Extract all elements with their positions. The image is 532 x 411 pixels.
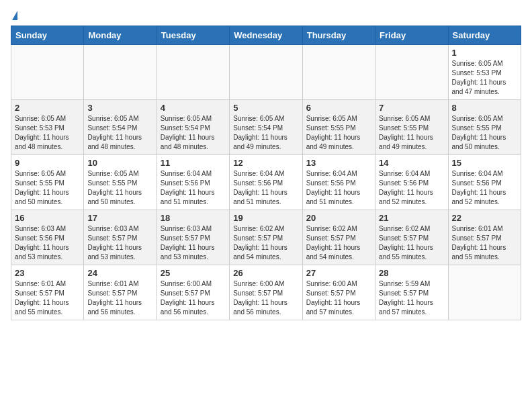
calendar-day-cell: 15Sunrise: 6:04 AM Sunset: 5:56 PM Dayli… (448, 155, 521, 210)
day-number: 26 (233, 268, 298, 278)
calendar-day-cell: 1Sunrise: 6:05 AM Sunset: 5:53 PM Daylig… (448, 45, 521, 100)
logo (11, 11, 17, 20)
calendar-day-cell: 22Sunrise: 6:01 AM Sunset: 5:57 PM Dayli… (448, 210, 521, 265)
calendar-day-cell (84, 45, 157, 100)
calendar-day-cell (448, 265, 521, 320)
calendar-day-cell: 19Sunrise: 6:02 AM Sunset: 5:57 PM Dayli… (230, 210, 302, 265)
day-number: 11 (161, 158, 226, 168)
day-info: Sunrise: 5:59 AM Sunset: 5:57 PM Dayligh… (379, 279, 444, 317)
day-number: 1 (452, 48, 517, 58)
calendar-day-cell: 14Sunrise: 6:04 AM Sunset: 5:56 PM Dayli… (375, 155, 448, 210)
day-info: Sunrise: 6:01 AM Sunset: 5:57 PM Dayligh… (15, 279, 80, 317)
column-header-saturday: Saturday (448, 26, 521, 45)
calendar-day-cell: 13Sunrise: 6:04 AM Sunset: 5:56 PM Dayli… (302, 155, 375, 210)
day-info: Sunrise: 6:05 AM Sunset: 5:54 PM Dayligh… (87, 114, 152, 152)
day-info: Sunrise: 6:02 AM Sunset: 5:57 PM Dayligh… (233, 224, 298, 262)
calendar-day-cell: 12Sunrise: 6:04 AM Sunset: 5:56 PM Dayli… (230, 155, 302, 210)
day-info: Sunrise: 6:05 AM Sunset: 5:55 PM Dayligh… (15, 169, 80, 207)
day-info: Sunrise: 6:01 AM Sunset: 5:57 PM Dayligh… (452, 224, 517, 262)
day-info: Sunrise: 6:05 AM Sunset: 5:55 PM Dayligh… (306, 114, 371, 152)
day-number: 28 (379, 268, 444, 278)
calendar-week-row: 1Sunrise: 6:05 AM Sunset: 5:53 PM Daylig… (11, 45, 521, 100)
day-info: Sunrise: 6:00 AM Sunset: 5:57 PM Dayligh… (161, 279, 226, 317)
calendar-day-cell (375, 45, 448, 100)
day-number: 22 (452, 213, 517, 223)
day-number: 2 (15, 103, 80, 113)
calendar-day-cell: 8Sunrise: 6:05 AM Sunset: 5:55 PM Daylig… (448, 100, 521, 155)
calendar-week-row: 23Sunrise: 6:01 AM Sunset: 5:57 PM Dayli… (11, 265, 521, 320)
calendar-day-cell: 10Sunrise: 6:05 AM Sunset: 5:55 PM Dayli… (84, 155, 157, 210)
day-info: Sunrise: 6:03 AM Sunset: 5:57 PM Dayligh… (161, 224, 226, 262)
day-number: 19 (233, 213, 298, 223)
day-info: Sunrise: 6:04 AM Sunset: 5:56 PM Dayligh… (233, 169, 298, 207)
calendar-day-cell: 3Sunrise: 6:05 AM Sunset: 5:54 PM Daylig… (84, 100, 157, 155)
day-info: Sunrise: 6:05 AM Sunset: 5:54 PM Dayligh… (161, 114, 226, 152)
day-number: 6 (306, 103, 371, 113)
day-number: 14 (379, 158, 444, 168)
calendar-day-cell: 21Sunrise: 6:02 AM Sunset: 5:57 PM Dayli… (375, 210, 448, 265)
day-number: 21 (379, 213, 444, 223)
day-info: Sunrise: 6:03 AM Sunset: 5:56 PM Dayligh… (15, 224, 80, 262)
calendar-day-cell (11, 45, 84, 100)
header (11, 11, 521, 20)
calendar-day-cell: 9Sunrise: 6:05 AM Sunset: 5:55 PM Daylig… (11, 155, 84, 210)
day-number: 23 (15, 268, 80, 278)
calendar-week-row: 9Sunrise: 6:05 AM Sunset: 5:55 PM Daylig… (11, 155, 521, 210)
calendar-day-cell: 28Sunrise: 5:59 AM Sunset: 5:57 PM Dayli… (375, 265, 448, 320)
day-info: Sunrise: 6:05 AM Sunset: 5:53 PM Dayligh… (452, 59, 517, 97)
column-header-monday: Monday (84, 26, 157, 45)
calendar-day-cell: 11Sunrise: 6:04 AM Sunset: 5:56 PM Dayli… (157, 155, 229, 210)
day-info: Sunrise: 6:00 AM Sunset: 5:57 PM Dayligh… (233, 279, 298, 317)
day-info: Sunrise: 6:02 AM Sunset: 5:57 PM Dayligh… (306, 224, 371, 262)
day-number: 17 (87, 213, 152, 223)
day-number: 15 (452, 158, 517, 168)
day-number: 18 (161, 213, 226, 223)
day-info: Sunrise: 6:05 AM Sunset: 5:54 PM Dayligh… (233, 114, 298, 152)
day-number: 4 (161, 103, 226, 113)
column-header-sunday: Sunday (11, 26, 84, 45)
calendar-day-cell (302, 45, 375, 100)
calendar-day-cell: 4Sunrise: 6:05 AM Sunset: 5:54 PM Daylig… (157, 100, 229, 155)
calendar-header-row: SundayMondayTuesdayWednesdayThursdayFrid… (11, 26, 521, 45)
day-info: Sunrise: 6:03 AM Sunset: 5:57 PM Dayligh… (87, 224, 152, 262)
day-number: 8 (452, 103, 517, 113)
day-number: 24 (87, 268, 152, 278)
day-info: Sunrise: 6:02 AM Sunset: 5:57 PM Dayligh… (379, 224, 444, 262)
day-number: 16 (15, 213, 80, 223)
day-info: Sunrise: 6:01 AM Sunset: 5:57 PM Dayligh… (87, 279, 152, 317)
day-number: 3 (87, 103, 152, 113)
day-number: 9 (15, 158, 80, 168)
calendar-day-cell (157, 45, 229, 100)
day-number: 10 (87, 158, 152, 168)
day-number: 7 (379, 103, 444, 113)
day-number: 12 (233, 158, 298, 168)
column-header-wednesday: Wednesday (230, 26, 302, 45)
day-number: 25 (161, 268, 226, 278)
calendar-day-cell: 5Sunrise: 6:05 AM Sunset: 5:54 PM Daylig… (230, 100, 302, 155)
calendar-day-cell: 23Sunrise: 6:01 AM Sunset: 5:57 PM Dayli… (11, 265, 84, 320)
calendar-day-cell: 26Sunrise: 6:00 AM Sunset: 5:57 PM Dayli… (230, 265, 302, 320)
calendar-day-cell: 7Sunrise: 6:05 AM Sunset: 5:55 PM Daylig… (375, 100, 448, 155)
calendar-table: SundayMondayTuesdayWednesdayThursdayFrid… (11, 26, 521, 320)
calendar-day-cell: 2Sunrise: 6:05 AM Sunset: 5:53 PM Daylig… (11, 100, 84, 155)
day-number: 5 (233, 103, 298, 113)
column-header-tuesday: Tuesday (157, 26, 229, 45)
day-info: Sunrise: 6:04 AM Sunset: 5:56 PM Dayligh… (306, 169, 371, 207)
calendar-day-cell: 25Sunrise: 6:00 AM Sunset: 5:57 PM Dayli… (157, 265, 229, 320)
calendar-day-cell: 20Sunrise: 6:02 AM Sunset: 5:57 PM Dayli… (302, 210, 375, 265)
day-number: 27 (306, 268, 371, 278)
column-header-friday: Friday (375, 26, 448, 45)
day-info: Sunrise: 6:04 AM Sunset: 5:56 PM Dayligh… (161, 169, 226, 207)
column-header-thursday: Thursday (302, 26, 375, 45)
calendar-day-cell: 6Sunrise: 6:05 AM Sunset: 5:55 PM Daylig… (302, 100, 375, 155)
logo-triangle-icon (12, 11, 17, 20)
day-info: Sunrise: 6:04 AM Sunset: 5:56 PM Dayligh… (452, 169, 517, 207)
calendar-day-cell: 27Sunrise: 6:00 AM Sunset: 5:57 PM Dayli… (302, 265, 375, 320)
calendar-week-row: 2Sunrise: 6:05 AM Sunset: 5:53 PM Daylig… (11, 100, 521, 155)
day-info: Sunrise: 6:05 AM Sunset: 5:53 PM Dayligh… (15, 114, 80, 152)
calendar-day-cell: 16Sunrise: 6:03 AM Sunset: 5:56 PM Dayli… (11, 210, 84, 265)
calendar-week-row: 16Sunrise: 6:03 AM Sunset: 5:56 PM Dayli… (11, 210, 521, 265)
day-info: Sunrise: 6:05 AM Sunset: 5:55 PM Dayligh… (87, 169, 152, 207)
day-info: Sunrise: 6:04 AM Sunset: 5:56 PM Dayligh… (379, 169, 444, 207)
day-number: 13 (306, 158, 371, 168)
